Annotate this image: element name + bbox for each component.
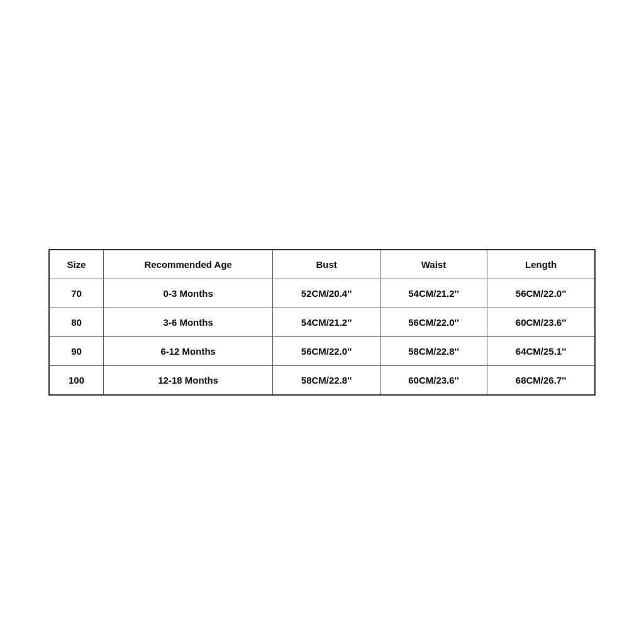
cell-bust: 56CM/22.0'' xyxy=(273,336,380,365)
cell-length: 56CM/22.0'' xyxy=(487,279,595,308)
cell-age: 12-18 Months xyxy=(103,365,272,395)
cell-waist: 54CM/21.2'' xyxy=(380,279,487,308)
cell-waist: 56CM/22.0'' xyxy=(380,308,487,336)
table-row: 10012-18 Months58CM/22.8''60CM/23.6''68C… xyxy=(49,365,595,395)
table-row: 700-3 Months52CM/20.4''54CM/21.2''56CM/2… xyxy=(49,279,595,308)
col-header-age: Recommended Age xyxy=(103,250,272,279)
cell-waist: 60CM/23.6'' xyxy=(380,365,487,395)
cell-length: 64CM/25.1'' xyxy=(487,336,595,365)
cell-bust: 58CM/22.8'' xyxy=(273,365,380,395)
cell-age: 6-12 Months xyxy=(103,336,272,365)
cell-size: 100 xyxy=(49,365,103,395)
table-row: 906-12 Months56CM/22.0''58CM/22.8''64CM/… xyxy=(49,336,595,365)
col-header-waist: Waist xyxy=(380,250,487,279)
table-header-row: Size Recommended Age Bust Waist Length xyxy=(49,250,595,279)
cell-age: 3-6 Months xyxy=(103,308,272,336)
size-chart-container: Size Recommended Age Bust Waist Length 7… xyxy=(48,249,596,396)
col-header-size: Size xyxy=(49,250,103,279)
cell-size: 90 xyxy=(49,336,103,365)
table-row: 803-6 Months54CM/21.2''56CM/22.0''60CM/2… xyxy=(49,308,595,336)
cell-length: 68CM/26.7'' xyxy=(487,365,595,395)
col-header-bust: Bust xyxy=(273,250,380,279)
col-header-length: Length xyxy=(487,250,595,279)
cell-length: 60CM/23.6'' xyxy=(487,308,595,336)
size-chart-table: Size Recommended Age Bust Waist Length 7… xyxy=(48,249,596,396)
cell-waist: 58CM/22.8'' xyxy=(380,336,487,365)
cell-size: 80 xyxy=(49,308,103,336)
cell-age: 0-3 Months xyxy=(103,279,272,308)
cell-bust: 52CM/20.4'' xyxy=(273,279,380,308)
cell-bust: 54CM/21.2'' xyxy=(273,308,380,336)
cell-size: 70 xyxy=(49,279,103,308)
